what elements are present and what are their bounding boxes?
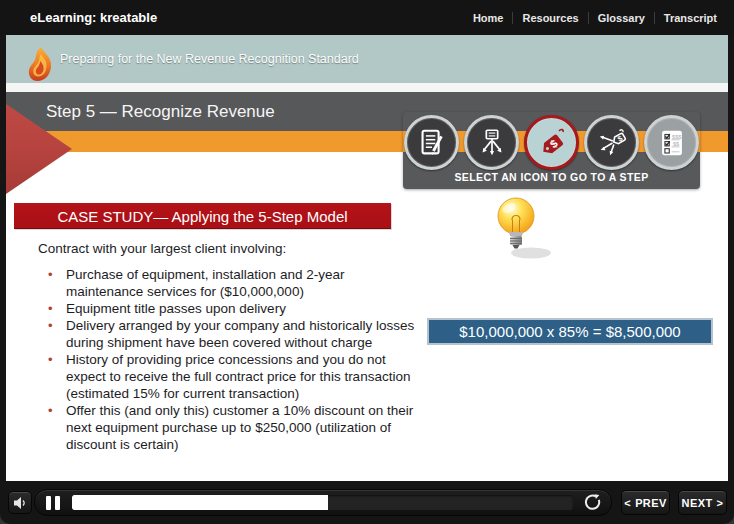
chevron-right-icon: >	[717, 497, 724, 509]
chevron-left-icon: <	[624, 497, 631, 509]
step-icon-performance-obligations[interactable]	[464, 115, 519, 170]
replay-icon	[583, 493, 602, 512]
elearning-window: eLearning: kreatable Home Resources Glos…	[0, 0, 734, 524]
replay-button[interactable]	[583, 493, 602, 512]
bullet-item: History of providing price concessions a…	[40, 351, 418, 402]
price-tag-icon: $	[534, 125, 570, 161]
step-icon-recognize-revenue[interactable]: $$$ $$	[644, 115, 699, 170]
nav-resources[interactable]: Resources	[512, 12, 587, 24]
course-header-band: Preparing for the New Revenue Recognitio…	[6, 35, 728, 83]
step-icons-row: $ $	[403, 115, 700, 170]
svg-text:$$$: $$$	[672, 133, 682, 139]
playback-controls	[34, 489, 612, 516]
next-label: NEXT	[682, 497, 713, 509]
seek-bar-fill	[72, 495, 328, 510]
case-study-intro: Contract with your largest client involv…	[38, 241, 286, 256]
step-icon-determine-price[interactable]: $	[524, 115, 579, 170]
volume-button[interactable]	[8, 491, 32, 514]
checklist-icon: $$$ $$	[655, 126, 689, 160]
bullet-item: Purchase of equipment, installation and …	[40, 266, 418, 300]
seek-bar[interactable]	[72, 495, 573, 510]
case-study-bullet-list: Purchase of equipment, installation and …	[40, 266, 418, 453]
bullet-item: Delivery arranged by your company and hi…	[40, 317, 418, 351]
contract-document-icon	[415, 126, 449, 160]
app-title: eLearning: kreatable	[30, 0, 157, 35]
top-navigation: Home Resources Glossary Transcript	[464, 0, 726, 35]
lightbulb-image	[485, 194, 561, 264]
obligations-tripod-icon	[475, 126, 509, 160]
course-title: Preparing for the New Revenue Recognitio…	[60, 35, 359, 83]
step-selector-caption: SELECT AN ICON TO GO TO A STEP	[403, 171, 700, 183]
prev-label: PREV	[635, 497, 667, 509]
bullet-item: Offer this (and only this) customer a 10…	[40, 402, 418, 453]
pause-button[interactable]	[46, 496, 60, 510]
nav-glossary[interactable]: Glossary	[588, 12, 654, 24]
player-bar: <PREV NEXT>	[0, 481, 734, 524]
case-study-banner: CASE STUDY— Applying the 5-Step Model	[14, 203, 391, 229]
nav-home[interactable]: Home	[464, 12, 513, 24]
title-bar: eLearning: kreatable Home Resources Glos…	[0, 0, 734, 35]
divider-strip	[6, 83, 728, 92]
step-icon-identify-contract[interactable]	[404, 115, 459, 170]
step-selector-panel: $ $	[403, 112, 700, 189]
speaker-icon	[12, 496, 28, 510]
nav-transcript[interactable]: Transcript	[654, 12, 726, 24]
bullet-item: Equipment title passes upon delivery	[40, 300, 418, 317]
step-icon-allocate-price[interactable]: $	[584, 115, 639, 170]
slide-stage: Preparing for the New Revenue Recognitio…	[6, 35, 728, 481]
allocate-arrows-icon: $	[595, 126, 629, 160]
step-title: Step 5 — Recognize Revenue	[46, 92, 275, 131]
prev-button[interactable]: <PREV	[621, 490, 670, 515]
formula-callout: $10,000,000 x 85% = $8,500,000	[427, 318, 713, 345]
flame-logo-icon	[27, 46, 54, 82]
svg-text:$$: $$	[672, 140, 679, 146]
next-button[interactable]: NEXT>	[678, 490, 727, 515]
